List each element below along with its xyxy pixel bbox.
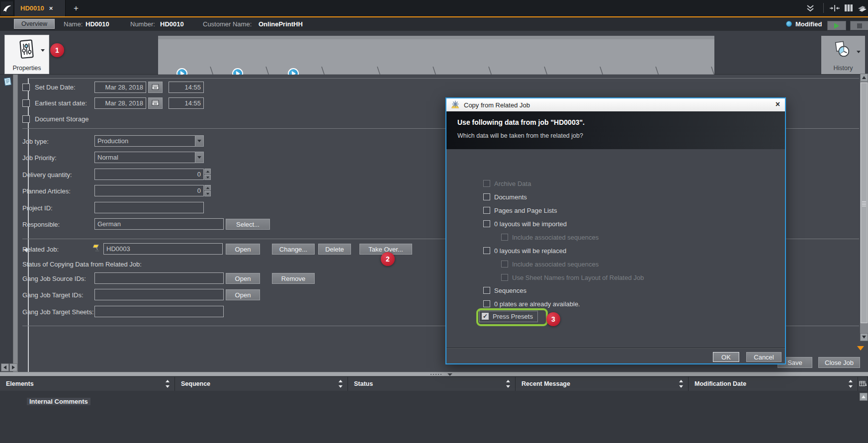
column-header-sequence[interactable]: Sequence bbox=[175, 377, 348, 391]
splitter-collapse-icon[interactable] bbox=[447, 373, 452, 376]
dialog-title-bar[interactable]: Copy from Related Job × bbox=[446, 98, 785, 111]
select-responsible-button[interactable]: Select... bbox=[226, 219, 270, 230]
planned-articles-down-button[interactable] bbox=[204, 191, 211, 196]
scrollbar-thumb[interactable] bbox=[861, 83, 868, 323]
properties-dropdown-icon[interactable] bbox=[41, 49, 45, 52]
earliest-start-checkbox[interactable] bbox=[22, 99, 30, 107]
sort-icon[interactable] bbox=[679, 380, 684, 388]
documents-checkbox[interactable] bbox=[483, 193, 490, 200]
planned-articles-up-button[interactable] bbox=[204, 185, 211, 190]
gang-target-open-button[interactable]: Open bbox=[226, 289, 260, 300]
option-layouts-replaced[interactable]: 0 layouts will be replaced bbox=[483, 246, 566, 256]
due-date-calendar-button[interactable] bbox=[148, 82, 163, 93]
job-priority-select[interactable]: Normal bbox=[94, 152, 195, 163]
sequences-checkbox[interactable] bbox=[483, 287, 490, 294]
column-header-status[interactable]: Status bbox=[348, 377, 516, 391]
start-processing-button[interactable] bbox=[827, 21, 846, 30]
number-value: HD0010 bbox=[160, 20, 184, 28]
table-config-cell[interactable] bbox=[858, 377, 868, 391]
ok-button[interactable]: OK bbox=[713, 352, 739, 362]
scroll-left-button[interactable] bbox=[1, 363, 9, 371]
dialog-close-icon[interactable]: × bbox=[776, 100, 780, 109]
option-pages-page-lists[interactable]: Pages and Page Lists bbox=[483, 205, 557, 215]
splitter-grip[interactable] bbox=[431, 374, 432, 375]
job-type-select[interactable]: Production bbox=[94, 135, 195, 147]
related-job-change-button[interactable]: Change... bbox=[272, 244, 315, 255]
related-job-delete-button[interactable]: Delete bbox=[318, 244, 351, 255]
history-dropdown-icon[interactable] bbox=[857, 51, 861, 53]
option-plates-available[interactable]: 0 plates are already available. bbox=[483, 299, 580, 309]
column-header-elements[interactable]: Elements bbox=[0, 377, 175, 391]
pages-checkbox[interactable] bbox=[483, 207, 490, 214]
name-value: HD0010 bbox=[86, 20, 109, 28]
include-sequences-checkbox bbox=[501, 234, 508, 241]
due-time-field[interactable] bbox=[169, 82, 204, 93]
project-id-field[interactable] bbox=[94, 202, 204, 213]
job-priority-dropdown-button[interactable] bbox=[195, 152, 204, 163]
notes-icon[interactable] bbox=[3, 77, 13, 87]
stacked-panes-icon[interactable] bbox=[857, 4, 867, 12]
layouts-replaced-checkbox[interactable] bbox=[483, 247, 490, 254]
gang-sheets-field[interactable] bbox=[94, 306, 224, 317]
job-priority-label: Job Priority: bbox=[22, 154, 57, 162]
project-id-label: Project ID: bbox=[22, 204, 53, 212]
gang-source-remove-button[interactable]: Remove bbox=[272, 273, 315, 284]
document-storage-checkbox[interactable] bbox=[22, 115, 30, 123]
properties-button[interactable]: Properties bbox=[4, 35, 49, 74]
history-button[interactable]: History bbox=[821, 36, 865, 74]
columns-view-icon[interactable] bbox=[844, 4, 853, 12]
gang-sheets-label: Gang Job Target Sheets: bbox=[22, 308, 94, 316]
option-layouts-imported[interactable]: 0 layouts will be imported bbox=[483, 219, 567, 229]
tab-close-icon[interactable]: × bbox=[49, 4, 53, 12]
related-job-field[interactable] bbox=[103, 243, 223, 255]
earliest-date-calendar-button[interactable] bbox=[148, 97, 163, 109]
chevron-double-down-icon[interactable] bbox=[806, 4, 814, 12]
sort-icon[interactable] bbox=[339, 380, 343, 388]
tab-hd0010[interactable]: HD0010 × bbox=[14, 0, 66, 16]
expand-panel-icon[interactable] bbox=[857, 346, 864, 351]
delivery-quantity-down-button[interactable] bbox=[204, 175, 211, 180]
column-header-modification-date[interactable]: Modification Date bbox=[689, 377, 858, 391]
cancel-button[interactable]: Cancel bbox=[746, 352, 781, 362]
sort-icon[interactable] bbox=[849, 380, 853, 388]
option-label: Pages and Page Lists bbox=[494, 207, 557, 214]
gang-source-open-button[interactable]: Open bbox=[226, 273, 260, 284]
collapse-panels-icon[interactable] bbox=[829, 4, 840, 12]
sort-icon[interactable] bbox=[166, 380, 170, 388]
earliest-time-field[interactable] bbox=[169, 97, 204, 109]
vertical-scrollbar[interactable] bbox=[860, 74, 868, 341]
close-job-button[interactable]: Close Job bbox=[818, 357, 860, 368]
archive-data-checkbox bbox=[483, 180, 490, 187]
scroll-up-button[interactable] bbox=[860, 74, 868, 82]
responsible-field[interactable] bbox=[94, 218, 224, 230]
delivery-quantity-up-button[interactable] bbox=[204, 169, 211, 174]
due-date-field[interactable] bbox=[94, 82, 146, 93]
set-due-date-checkbox[interactable] bbox=[22, 84, 30, 91]
delivery-quantity-field[interactable] bbox=[94, 169, 204, 180]
option-sequences[interactable]: Sequences bbox=[483, 285, 526, 295]
column-header-recent-message[interactable]: Recent Message bbox=[516, 377, 689, 391]
related-job-open-button[interactable]: Open bbox=[226, 244, 260, 255]
panel-border-top bbox=[28, 78, 859, 79]
gang-source-field[interactable] bbox=[94, 272, 224, 284]
option-label: 0 layouts will be imported bbox=[494, 220, 567, 228]
new-tab-button[interactable]: + bbox=[70, 2, 83, 14]
sort-icon[interactable] bbox=[506, 380, 511, 388]
earliest-date-field[interactable] bbox=[94, 97, 146, 109]
plates-available-checkbox[interactable] bbox=[483, 300, 490, 307]
horizontal-splitter[interactable] bbox=[0, 372, 868, 376]
scroll-down-button[interactable] bbox=[860, 333, 868, 341]
planned-articles-field[interactable] bbox=[94, 185, 204, 196]
dialog-title: Copy from Related Job bbox=[464, 101, 530, 109]
overview-button[interactable]: Overview bbox=[14, 19, 55, 29]
table-scroll-up-button[interactable] bbox=[860, 393, 868, 401]
scroll-right-button[interactable] bbox=[9, 363, 17, 371]
elements-table-body[interactable] bbox=[0, 391, 868, 443]
gang-target-field[interactable] bbox=[94, 289, 224, 300]
stop-processing-button[interactable] bbox=[850, 21, 868, 30]
layouts-imported-checkbox[interactable] bbox=[483, 220, 490, 227]
left-splitter[interactable] bbox=[13, 75, 18, 372]
job-type-dropdown-button[interactable] bbox=[195, 135, 204, 147]
table-config-icon[interactable] bbox=[859, 380, 867, 387]
option-documents[interactable]: Documents bbox=[483, 192, 527, 202]
